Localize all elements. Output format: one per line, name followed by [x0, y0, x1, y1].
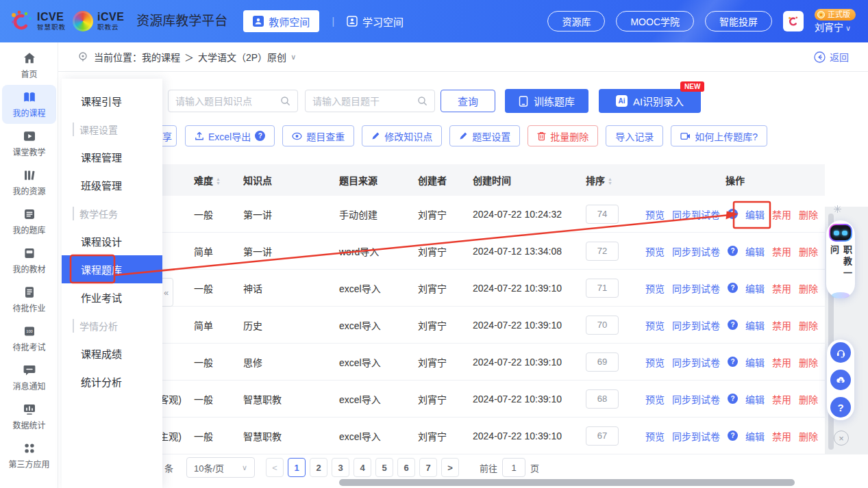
sidebar-item-data-statistics[interactable]: 数据统计 [2, 397, 56, 436]
order-input[interactable]: 67 [586, 426, 619, 446]
menu-item[interactable]: 作业考试 [62, 283, 162, 311]
menu-item[interactable]: 课程引导 [62, 87, 162, 115]
edit-link[interactable]: 编辑 [745, 392, 765, 406]
menu-item[interactable]: 班级管理 [62, 171, 162, 199]
teacher-space-button[interactable]: 教师空间 [243, 10, 319, 32]
header-pill-1[interactable]: MOOC学院 [616, 11, 694, 31]
disable-link[interactable]: 禁用 [772, 355, 791, 369]
edit-link[interactable]: 编辑 [745, 429, 765, 443]
sidebar-item-notifications[interactable]: 消息通知 [2, 358, 56, 397]
preview-link[interactable]: 预览 [645, 281, 665, 295]
sync-to-paper-link[interactable]: 同步到试卷 [672, 318, 720, 332]
delete-link[interactable]: 删除 [799, 244, 818, 258]
header-pill-2[interactable]: 智能投屏 [705, 11, 772, 31]
preview-link[interactable]: 预览 [645, 392, 665, 406]
delete-link[interactable]: 删除 [799, 355, 818, 369]
sidebar-item-my-resources[interactable]: 我的资源 [2, 163, 56, 202]
delete-link[interactable]: 删除 [799, 318, 818, 332]
edit-link[interactable]: 编辑 [745, 355, 765, 369]
sync-to-paper-link[interactable]: 同步到试卷 [672, 244, 720, 258]
disable-link[interactable]: 禁用 [772, 318, 791, 332]
menu-item[interactable]: 课程管理 [62, 143, 162, 171]
next-page-button[interactable]: > [441, 458, 459, 477]
sync-help-icon[interactable]: ? [728, 357, 738, 367]
search-icon[interactable] [280, 96, 290, 106]
menu-item[interactable]: 课程成绩 [62, 339, 162, 368]
learning-space-button[interactable]: 学习空间 [347, 14, 404, 29]
page-button-7[interactable]: 7 [419, 458, 437, 477]
order-input[interactable]: 72 [586, 242, 619, 261]
stem-search-input[interactable] [312, 96, 417, 107]
order-input[interactable]: 74 [586, 205, 619, 224]
page-button-6[interactable]: 6 [397, 458, 415, 477]
sync-help-icon[interactable]: ? [728, 209, 738, 219]
page-size-select[interactable]: 10条/页 ∨ [186, 457, 255, 478]
header-pill-0[interactable]: 资源库 [547, 11, 605, 31]
order-input[interactable]: 69 [586, 352, 619, 372]
excel-export-button[interactable]: Excel导出? [185, 125, 275, 146]
question-type-settings-button[interactable]: 题型设置 [449, 125, 520, 146]
delete-link[interactable]: 删除 [799, 392, 818, 406]
close-widgets-button[interactable]: × [834, 431, 849, 446]
mini-app-logo[interactable] [783, 11, 804, 31]
breadcrumb-current[interactable]: 大学语文（2P）原创 [198, 50, 286, 64]
preview-link[interactable]: 预览 [645, 244, 665, 258]
training-bank-button[interactable]: 训练题库 [505, 89, 588, 113]
sort-icon[interactable]: ▲▼ [608, 177, 612, 185]
sync-to-paper-link[interactable]: 同步到试卷 [672, 207, 720, 221]
jump-page-input[interactable]: 1 [502, 458, 525, 477]
back-button[interactable]: 返回 [814, 50, 849, 64]
search-button[interactable]: 查询 [441, 90, 495, 112]
user-name[interactable]: 刘宵宁∨ [815, 22, 851, 34]
assistant-widget[interactable]: 职教一问 [826, 220, 855, 298]
edit-link[interactable]: 编辑 [745, 281, 765, 295]
sync-to-paper-link[interactable]: 同步到试卷 [672, 429, 720, 443]
preview-link[interactable]: 预览 [645, 318, 665, 332]
page-button-4[interactable]: 4 [354, 458, 371, 477]
help-button[interactable]: ? [830, 397, 851, 418]
sidebar-item-my-textbooks[interactable]: 我的教材 [2, 241, 56, 280]
page-button-5[interactable]: 5 [375, 458, 393, 477]
how-to-upload-button[interactable]: 如何上传题库? [671, 125, 767, 146]
order-input[interactable]: 71 [586, 279, 619, 298]
page-button-1[interactable]: 1 [288, 458, 306, 477]
sync-to-paper-link[interactable]: 同步到试卷 [672, 392, 720, 406]
edit-link[interactable]: 编辑 [745, 244, 765, 258]
sidebar-item-pending-exams[interactable]: 100待批考试 [2, 319, 56, 358]
menu-item[interactable]: 统计分析 [62, 368, 162, 396]
ai-recognition-entry-button[interactable]: Ai AI识别录入 [599, 89, 701, 113]
disable-link[interactable]: 禁用 [772, 244, 791, 258]
search-icon[interactable] [417, 96, 427, 106]
menu-item[interactable]: 课程题库 [62, 255, 162, 283]
disable-link[interactable]: 禁用 [772, 207, 791, 221]
preview-link[interactable]: 预览 [645, 429, 665, 443]
sidebar-item-my-courses[interactable]: 我的课程 [2, 85, 56, 124]
sync-help-icon[interactable]: ? [728, 246, 738, 256]
edit-link-highlighted[interactable]: 编辑 [745, 207, 765, 221]
disable-link[interactable]: 禁用 [772, 281, 791, 295]
delete-link[interactable]: 删除 [799, 207, 818, 221]
prev-page-button[interactable]: < [266, 458, 284, 477]
user-block[interactable]: ★ 正式版 刘宵宁∨ [815, 9, 856, 34]
sort-icon[interactable]: ▲▼ [216, 177, 221, 185]
delete-link[interactable]: 删除 [799, 281, 818, 295]
sync-help-icon[interactable]: ? [728, 431, 738, 441]
sidebar-item-my-question-bank[interactable]: 我的题库 [2, 202, 56, 241]
sync-help-icon[interactable]: ? [728, 394, 738, 404]
page-button-3[interactable]: 3 [332, 458, 349, 477]
sync-to-paper-link[interactable]: 同步到试卷 [672, 355, 720, 369]
breadcrumb-caret-icon[interactable]: ∨ [290, 53, 296, 62]
help-icon[interactable]: ? [255, 131, 265, 141]
horizontal-scrollbar[interactable] [339, 479, 795, 486]
customer-service-button[interactable] [830, 342, 851, 363]
order-input[interactable]: 70 [586, 316, 619, 335]
sidebar-item-third-party-apps[interactable]: 第三方应用 [2, 436, 56, 475]
edit-knowledge-button[interactable]: 修改知识点 [362, 125, 442, 146]
disable-link[interactable]: 禁用 [772, 392, 791, 406]
order-input[interactable]: 68 [586, 389, 619, 409]
import-records-button[interactable]: 导入记录 [606, 125, 663, 146]
delete-link[interactable]: 删除 [799, 429, 818, 443]
breadcrumb-parent[interactable]: 我的课程 [142, 50, 180, 64]
sidebar-item-classroom-teaching[interactable]: 课堂教学 [2, 124, 56, 163]
preview-link[interactable]: 预览 [645, 207, 665, 221]
